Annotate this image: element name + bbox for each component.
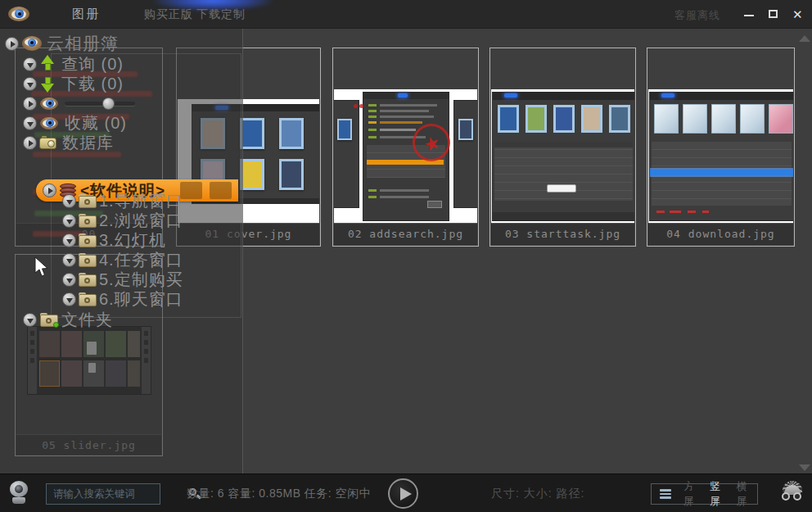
expander-icon[interactable] (5, 37, 19, 51)
tree-item-slideshow[interactable]: 3.幻灯机 (62, 230, 166, 250)
thumbnail-card[interactable]: ★ 02 addsearch.jpg (332, 48, 479, 247)
tree-item-query[interactable]: 查询 (0) (23, 54, 124, 74)
folder-icon (79, 214, 97, 228)
up-arrow-icon (41, 55, 54, 73)
webcam-icon (22, 36, 42, 51)
tab-album[interactable]: 图册 (72, 7, 100, 22)
expander-icon[interactable] (62, 233, 76, 247)
webcam-icon (7, 481, 31, 505)
menu-download-custom[interactable]: 下载定制 (196, 7, 246, 22)
thumbnail-grid-area: 00 01 cover. (0, 29, 812, 473)
expander-icon[interactable] (23, 77, 37, 91)
show-through-thumb (180, 182, 202, 199)
expander-icon[interactable] (23, 116, 37, 130)
selected-row-highlight (650, 170, 793, 175)
opacity-slider[interactable] (65, 102, 135, 106)
scroll-up-arrow[interactable] (799, 35, 810, 42)
tree-item-label: 3.幻灯机 (99, 229, 166, 251)
view-mode-switcher: 方屏 竖屏 横屏 (651, 483, 758, 505)
tree-item-label: 2.浏览窗口 (99, 210, 183, 232)
titlebar: 图册 购买正版 下载定制 客服离线 ✕ (0, 0, 812, 29)
thumbnail-preview (491, 89, 634, 224)
robot-settings-icon[interactable] (778, 479, 807, 509)
maximize-button[interactable] (762, 0, 785, 29)
expander-icon[interactable] (43, 184, 56, 197)
slider-knob[interactable] (102, 97, 115, 110)
tree-item-label: 收藏 (0) (65, 112, 127, 134)
expander-icon[interactable] (23, 97, 37, 111)
thumbnail-card[interactable]: 03 starttask.jpg (489, 48, 636, 247)
tree-item-label: 云相册簿 (47, 32, 119, 55)
mouse-cursor (34, 256, 49, 278)
search-box[interactable] (46, 483, 160, 505)
list-view-icon[interactable] (660, 489, 671, 499)
tree-item-label: 下载 (0) (61, 73, 124, 95)
play-button[interactable] (388, 478, 418, 509)
scroll-down-arrow[interactable] (799, 464, 810, 471)
close-icon: ✕ (792, 7, 803, 22)
minimize-icon (744, 15, 754, 16)
app-logo-eye-icon (8, 5, 29, 23)
search-input[interactable] (47, 488, 188, 500)
expander-icon[interactable] (62, 273, 76, 287)
maximize-icon (769, 10, 778, 18)
tree-item-folders[interactable]: 文件夹 (23, 310, 113, 329)
file-info-labels: 尺寸: 大小: 路径: (491, 474, 584, 512)
thumbnail-card[interactable]: 04 download.jpg (647, 48, 795, 247)
view-mode-square[interactable]: 方屏 (683, 479, 698, 509)
tree-item-download[interactable]: 下载 (0) (23, 74, 124, 93)
view-mode-portrait[interactable]: 竖屏 (710, 479, 724, 509)
folder-icon (79, 292, 97, 306)
folder-root-icon (40, 313, 58, 327)
expander-icon[interactable] (62, 194, 76, 208)
thumbnail-filename: 03 starttask.jpg (491, 223, 634, 245)
navigation-tree-panel: 云相册簿 查询 (0) 下载 (0) (0, 29, 243, 473)
tree-item-task-window[interactable]: 4.任务窗口 (62, 250, 183, 270)
tree-item-chat-window[interactable]: 6.聊天窗口 (62, 289, 183, 309)
tree-item-database[interactable]: 数据库 (23, 133, 114, 152)
expander-icon[interactable] (62, 292, 76, 306)
tree-item-opacity-slider[interactable] (23, 93, 135, 113)
tree-item-cloud-album[interactable]: 云相册簿 (5, 34, 119, 53)
expander-icon[interactable] (23, 136, 37, 150)
tree-item-label: 6.聊天窗口 (99, 288, 183, 310)
down-arrow-icon (41, 75, 54, 93)
camera-icon (39, 136, 56, 149)
menu-buy-genuine[interactable]: 购买正版 (144, 7, 193, 22)
thumbnail-filename: 02 addsearch.jpg (334, 223, 477, 245)
view-mode-landscape[interactable]: 横屏 (737, 479, 751, 509)
expander-icon[interactable] (23, 57, 37, 71)
thumbnail-preview: ★ (334, 89, 477, 224)
expander-icon[interactable] (62, 253, 76, 267)
tree-item-label: 数据库 (62, 132, 114, 154)
close-button[interactable]: ✕ (787, 0, 810, 29)
folder-icon (79, 194, 97, 208)
tree-item-label: 查询 (0) (61, 53, 124, 75)
tree-item-custom-purchase[interactable]: 5.定制购买 (62, 270, 183, 289)
show-through-thumb (210, 182, 232, 199)
thumbnail-filename: 04 download.jpg (648, 223, 793, 245)
folder-icon (79, 253, 97, 267)
tree-item-label: 4.任务窗口 (99, 249, 183, 271)
collection-stats: 数量: 6 容量: 0.85MB 任务: 空闲中 (187, 474, 371, 512)
expander-icon[interactable] (23, 313, 37, 327)
eye-icon (40, 97, 58, 110)
minimize-button[interactable] (738, 0, 760, 29)
play-icon (400, 487, 412, 501)
customer-service-status: 客服离线 (674, 8, 720, 23)
status-bar: 数量: 6 容量: 0.85MB 任务: 空闲中 尺寸: 大小: 路径: 方屏 … (0, 473, 812, 512)
thumbnail-preview (648, 89, 793, 224)
expander-icon[interactable] (62, 214, 76, 228)
tree-item-browse-window[interactable]: 2.浏览窗口 (62, 211, 183, 230)
tree-item-favorites[interactable]: 收藏 (0) (23, 113, 127, 133)
eye-icon (40, 117, 58, 129)
app-window: 图册 购买正版 下载定制 客服离线 ✕ 00 (0, 0, 812, 512)
folder-icon (79, 233, 97, 247)
tree-item-nav-window[interactable]: 1.导航窗口 (62, 191, 183, 211)
tree-item-label: 1.导航窗口 (99, 190, 183, 212)
tree-item-label: 5.定制购买 (99, 269, 183, 291)
tree-item-label: 文件夹 (61, 309, 113, 331)
folder-icon (79, 273, 97, 287)
